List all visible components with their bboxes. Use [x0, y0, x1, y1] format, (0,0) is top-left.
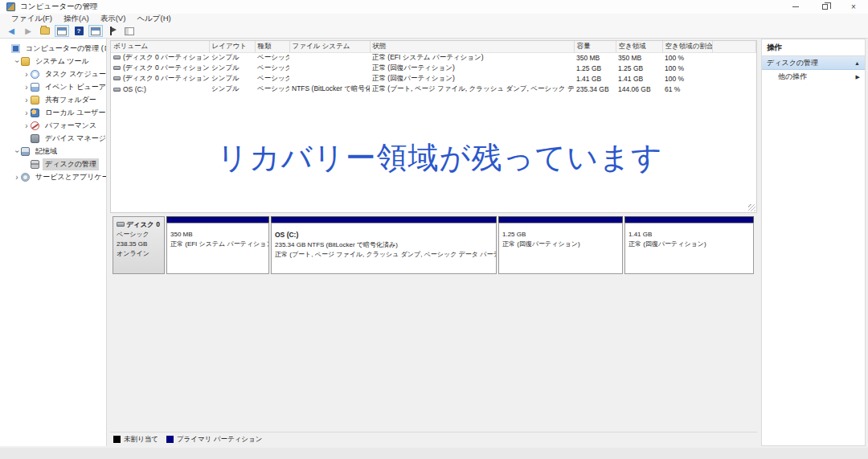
sidebar-item-shared-folders[interactable]: ›共有フォルダー — [0, 93, 106, 106]
disk-type: ベーシック — [117, 230, 161, 240]
cell-layout: シンプル — [209, 52, 255, 63]
actions-group-label: ディスクの管理 — [767, 58, 818, 68]
more-actions-item[interactable]: 他の操作 ▶ — [762, 70, 865, 84]
back-button[interactable]: ◀ — [4, 25, 18, 37]
cell-volume: (ディスク 0 パーティション 1) — [111, 52, 209, 63]
volume-row[interactable]: (ディスク 0 パーティション 1)シンプルベーシック正常 (EFI システム … — [111, 52, 756, 63]
chevron-collapsed-icon[interactable]: › — [13, 173, 21, 182]
volume-table: ボリュームレイアウト種類ファイル システム状態容量空き領域空き領域の割合 (ディ… — [111, 41, 756, 94]
collapse-icon[interactable]: ▲ — [854, 60, 860, 66]
close-button[interactable]: × — [839, 0, 868, 14]
column-header[interactable]: 空き領域の割合 — [662, 41, 712, 52]
cell-status: 正常 (回復パーティション) — [370, 63, 574, 73]
sidebar-item-performance[interactable]: ›パフォーマンス — [0, 119, 106, 132]
menu-help[interactable]: ヘルプ(H) — [131, 14, 176, 24]
column-header[interactable]: ボリューム — [111, 41, 209, 52]
chevron-collapsed-icon[interactable]: › — [23, 121, 31, 130]
window-controls: × — [781, 0, 868, 14]
partition-info: 350 MB正常 (EFI システム パーティション) — [166, 223, 269, 274]
partition-title: OS (C:) — [275, 230, 493, 240]
sidebar-item-task-scheduler[interactable]: ›タスク スケジューラ — [0, 68, 106, 80]
disk-management-main: ボリュームレイアウト種類ファイル システム状態容量空き領域空き領域の割合 (ディ… — [110, 39, 757, 446]
back-arrow-icon: ◀ — [8, 27, 14, 35]
disk-icon — [117, 222, 125, 227]
sidebar-item-local-users-groups[interactable]: ›ローカル ユーザーとグループ — [0, 106, 106, 119]
column-header[interactable]: 空き領域 — [616, 41, 662, 52]
sidebar-item-label: コンピューターの管理 (ローカル) — [23, 43, 107, 55]
partition-strip: 350 MB正常 (EFI システム パーティション)OS (C:)235.34… — [166, 216, 754, 274]
volume-row[interactable]: (ディスク 0 パーティション 4)シンプルベーシック正常 (回復パーティション… — [111, 63, 756, 73]
title-bar: コンピューターの管理 × — [0, 0, 868, 14]
restore-button[interactable] — [810, 0, 839, 14]
volume-icon — [113, 66, 121, 70]
chevron-collapsed-icon[interactable]: › — [23, 109, 31, 117]
cell-layout: シンプル — [209, 84, 255, 94]
sidebar-item-services-apps[interactable]: ›サービスとアプリケーション — [0, 170, 106, 183]
menu-action[interactable]: 操作(A) — [58, 14, 95, 24]
sidebar-item-disk-management[interactable]: ディスクの管理 — [0, 158, 106, 170]
sidebar-item-storage[interactable]: ›記憶域 — [0, 145, 106, 158]
partition-info: 1.25 GB正常 (回復パーティション) — [498, 223, 623, 274]
cell-capacity: 1.41 GB — [574, 73, 616, 84]
folder-up-icon — [40, 27, 50, 35]
partition-size: 350 MB — [170, 230, 265, 240]
partition-4[interactable]: 1.41 GB正常 (回復パーティション) — [624, 216, 754, 274]
up-level-button[interactable] — [38, 25, 52, 37]
window-title: コンピューターの管理 — [20, 2, 97, 12]
chevron-collapsed-icon[interactable]: › — [23, 83, 31, 92]
disk-0-label[interactable]: ディスク 0 ベーシック 238.35 GB オンライン — [113, 216, 165, 274]
column-header[interactable]: 容量 — [574, 41, 616, 52]
cell-filler — [712, 52, 756, 63]
volume-row[interactable]: (ディスク 0 パーティション 5)シンプルベーシック正常 (回復パーティション… — [111, 73, 756, 84]
legend-item: プライマリ パーティション — [166, 435, 263, 445]
menu-view[interactable]: 表示(V) — [95, 14, 132, 24]
sidebar-item-device-manager[interactable]: デバイス マネージャー — [0, 132, 106, 145]
column-header[interactable]: レイアウト — [209, 41, 255, 52]
cell-capacity: 235.34 GB — [574, 84, 616, 94]
cell-volume: (ディスク 0 パーティション 5) — [111, 73, 209, 84]
forward-button[interactable]: ▶ — [21, 25, 35, 37]
help-button[interactable]: ? — [72, 25, 86, 37]
sidebar-item-system-tools[interactable]: ›システム ツール — [0, 55, 106, 68]
cell-filler — [712, 84, 756, 94]
cell-filler — [712, 63, 756, 73]
volume-row[interactable]: OS (C:)シンプルベーシックNTFS (BitLocker で暗号化済み)正… — [111, 84, 756, 94]
chevron-expanded-icon[interactable]: › — [13, 147, 22, 155]
sidebar-item-label: パフォーマンス — [43, 120, 99, 132]
partition-2[interactable]: OS (C:)235.34 GB NTFS (BitLocker で暗号化済み)… — [271, 216, 497, 274]
sidebar-item-root[interactable]: コンピューターの管理 (ローカル) — [0, 42, 106, 55]
partition-status: 正常 (EFI システム パーティション) — [170, 240, 265, 249]
cell-filesystem: NTFS (BitLocker で暗号化済み) — [289, 84, 370, 94]
performance-icon — [31, 121, 39, 130]
action-pane-toggle-button[interactable] — [88, 25, 103, 37]
actions-group-disk-management[interactable]: ディスクの管理 ▲ — [762, 56, 865, 70]
volume-list-pane: ボリュームレイアウト種類ファイル システム状態容量空き領域空き領域の割合 (ディ… — [110, 40, 757, 213]
column-header[interactable]: ファイル システム — [289, 41, 370, 52]
cell-type: ベーシック — [255, 73, 289, 84]
partition-3[interactable]: 1.25 GB正常 (回復パーティション) — [498, 216, 623, 274]
layout-button[interactable] — [122, 25, 137, 37]
chevron-collapsed-icon[interactable]: › — [23, 96, 31, 105]
cell-type: ベーシック — [255, 63, 289, 73]
volume-icon — [113, 76, 121, 80]
cell-capacity: 1.25 GB — [574, 63, 616, 73]
sidebar-item-event-viewer[interactable]: ›イベント ビューアー — [0, 80, 106, 93]
properties-button[interactable] — [105, 25, 120, 37]
desktop-strip — [0, 448, 868, 459]
menu-file[interactable]: ファイル(F) — [6, 14, 58, 24]
chevron-expanded-icon[interactable]: › — [13, 57, 22, 65]
partition-status: 正常 (回復パーティション) — [628, 240, 750, 249]
partition-status: 正常 (回復パーティション) — [502, 240, 619, 249]
column-header[interactable]: 状態 — [370, 41, 574, 52]
toolbar: ◀▶? — [0, 24, 868, 39]
volume-icon — [113, 55, 121, 59]
column-header[interactable]: 種類 — [255, 41, 289, 52]
column-header-filler — [712, 41, 756, 52]
chevron-collapsed-icon[interactable]: › — [23, 70, 31, 79]
cell-filler — [712, 73, 756, 84]
resize-grip[interactable] — [748, 204, 755, 211]
minimize-button[interactable] — [781, 0, 810, 14]
partition-1[interactable]: 350 MB正常 (EFI システム パーティション) — [166, 216, 269, 274]
partition-info: 1.41 GB正常 (回復パーティション) — [624, 223, 754, 274]
console-tree-toggle-button[interactable] — [55, 25, 69, 37]
